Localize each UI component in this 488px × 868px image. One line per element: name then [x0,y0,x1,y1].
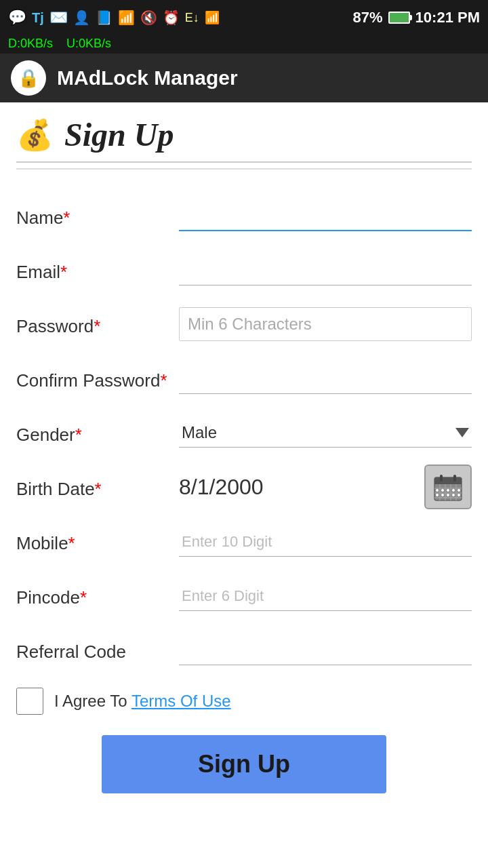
header-divider [16,168,472,170]
app-title: MAdLock Manager [57,66,238,90]
password-input-area [179,307,472,341]
svg-point-17 [436,494,439,496]
gender-select-wrapper: Male Female Other [179,418,472,448]
pincode-label: Pincode* [16,583,179,608]
mobile-row: Mobile* [16,517,472,566]
main-content: 💰 Sign Up Name* Email* Password* [0,102,488,868]
download-speed: D:0KB/s [8,37,53,51]
svg-rect-10 [440,475,443,481]
svg-point-16 [458,489,460,492]
battery-percent: 87% [353,9,383,26]
pincode-input[interactable] [179,580,472,611]
confirm-password-input[interactable] [179,363,472,394]
email-row: Email* [16,245,472,294]
terms-link[interactable]: Terms Of Use [131,692,231,710]
gender-row: Gender* Male Female Other [16,408,472,457]
calendar-button[interactable] [424,465,472,509]
referral-row: Referral Code [16,625,472,674]
signup-button-wrapper: Sign Up [16,735,472,793]
page-icon: 💰 [16,117,54,153]
referral-input[interactable] [179,635,472,665]
mobile-label: Mobile* [16,529,179,554]
time-display: 10:21 PM [415,9,480,26]
pincode-row: Pincode* [16,571,472,620]
password-input[interactable] [179,307,472,341]
gender-select[interactable]: Male Female Other [179,418,472,448]
terms-checkbox[interactable] [16,688,43,715]
password-label: Password* [16,312,179,337]
terms-row: I Agree To Terms Of Use [16,688,472,715]
svg-point-15 [452,489,455,492]
referral-input-area [179,635,472,665]
birth-date-label: Birth Date* [16,475,179,500]
name-row: Name* [16,191,472,240]
status-icons-left: 💬 Tj ✉️ 👤 📘 📶 🔇 ⏰ E↓ 📶 [8,9,220,26]
svg-rect-11 [453,475,456,481]
svg-point-12 [436,489,439,492]
svg-point-18 [441,494,444,496]
page-title: Sign Up [64,116,174,153]
birth-date-input-area: 8/1/2000 [179,465,472,509]
svg-point-14 [447,489,449,492]
birth-date-value-row: 8/1/2000 [179,465,472,509]
svg-point-20 [452,494,455,496]
svg-point-19 [447,494,449,496]
referral-label: Referral Code [16,637,179,663]
upload-speed: U:0KB/s [66,37,111,51]
network-bar: D:0KB/s U:0KB/s [0,35,488,54]
signup-form: Name* Email* Password* [16,180,472,793]
gender-input-area: Male Female Other [179,418,472,448]
name-input-area [179,200,472,231]
email-label: Email* [16,258,179,283]
battery-icon [388,12,410,24]
name-input[interactable] [179,200,472,231]
signup-button[interactable]: Sign Up [102,735,386,793]
mobile-input[interactable] [179,526,472,557]
birth-date-value: 8/1/2000 [179,475,413,500]
svg-point-13 [441,489,444,492]
mobile-input-area [179,526,472,557]
birth-date-row: Birth Date* 8/1/2000 [16,462,472,511]
confirm-password-row: Confirm Password* [16,354,472,403]
svg-rect-2 [434,482,462,484]
terms-label: I Agree To Terms Of Use [54,692,231,711]
status-bar: 💬 Tj ✉️ 👤 📘 📶 🔇 ⏰ E↓ 📶 87% 10:21 PM [0,0,488,35]
email-input-area [179,255,472,285]
email-input[interactable] [179,255,472,285]
password-row: Password* [16,300,472,349]
confirm-password-input-area [179,363,472,394]
status-right: 87% 10:21 PM [353,9,480,26]
calendar-icon [433,472,463,502]
svg-point-21 [458,494,460,496]
confirm-password-label: Confirm Password* [16,366,179,391]
gender-label: Gender* [16,420,179,446]
app-header: 🔒 MAdLock Manager [0,54,488,102]
pincode-input-area [179,580,472,611]
page-header: 💰 Sign Up [16,116,472,163]
name-label: Name* [16,203,179,229]
app-logo: 🔒 [11,60,46,96]
